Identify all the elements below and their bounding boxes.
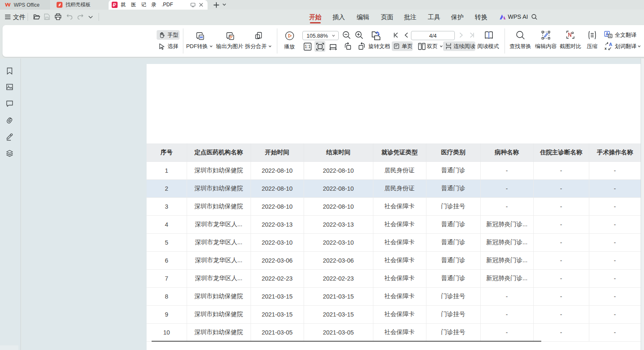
svg-text:1:1: 1:1 bbox=[305, 44, 311, 49]
svg-text:x: x bbox=[605, 46, 607, 51]
svg-text:A: A bbox=[609, 42, 612, 47]
